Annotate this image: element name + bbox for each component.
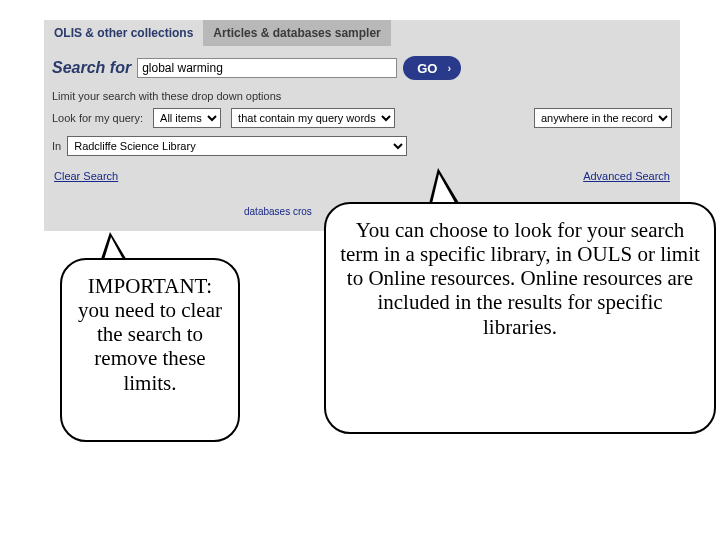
advanced-search-link[interactable]: Advanced Search [583, 170, 670, 182]
tab-bar: OLIS & other collections Articles & data… [44, 20, 680, 46]
links-row: Clear Search Advanced Search [44, 162, 680, 186]
select-search-scope[interactable]: anywhere in the record [534, 108, 672, 128]
callout-text: You can choose to look for your search t… [340, 218, 700, 339]
select-library[interactable]: Radcliffe Science Library [67, 136, 407, 156]
tab-olis[interactable]: OLIS & other collections [44, 20, 203, 46]
search-input[interactable] [137, 58, 397, 78]
in-label: In [52, 140, 61, 152]
search-label: Search for [52, 59, 131, 77]
tab-articles[interactable]: Articles & databases sampler [203, 20, 390, 46]
go-button[interactable]: GO › [403, 56, 461, 80]
limit-instructions: Limit your search with these drop down o… [44, 86, 680, 104]
callout-text: IMPORTANT: you need to clear the search … [78, 274, 222, 395]
clear-search-link[interactable]: Clear Search [54, 170, 118, 182]
select-item-type[interactable]: All items [153, 108, 221, 128]
chevron-right-icon: › [447, 62, 451, 74]
go-button-label: GO [417, 61, 437, 76]
query-options-row: Look for my query: All items that contai… [44, 104, 680, 132]
look-for-label: Look for my query: [52, 112, 143, 124]
callout-library-tip: You can choose to look for your search t… [324, 202, 716, 434]
callout-clear-tip: IMPORTANT: you need to clear the search … [60, 258, 240, 442]
search-row: Search for GO › [44, 46, 680, 86]
location-row: In Radcliffe Science Library [44, 132, 680, 162]
search-panel: OLIS & other collections Articles & data… [44, 20, 680, 231]
select-match-mode[interactable]: that contain my query words [231, 108, 395, 128]
